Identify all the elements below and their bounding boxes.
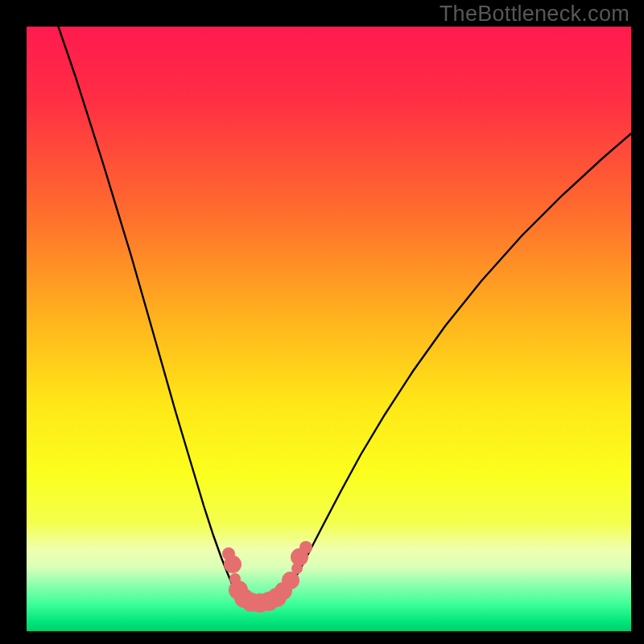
- gradient-background: [27, 27, 631, 631]
- highlight-dot: [282, 572, 299, 589]
- watermark-text: TheBottleneck.com: [440, 2, 630, 27]
- highlight-dot: [299, 541, 312, 554]
- highlight-dot: [224, 555, 242, 573]
- bottleneck-chart: [27, 27, 631, 631]
- plot-area: [27, 27, 631, 631]
- chart-frame: TheBottleneck.com: [0, 0, 644, 644]
